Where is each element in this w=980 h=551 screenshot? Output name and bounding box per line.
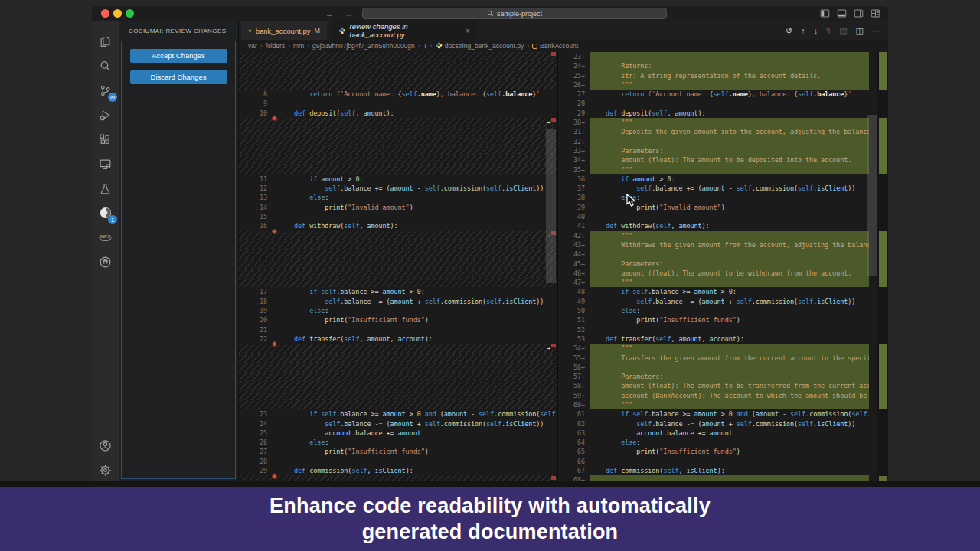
sidebar-item-remote-explorer[interactable] <box>92 153 119 174</box>
code-line[interactable]: 39 print("Invalid amount") <box>558 203 869 212</box>
code-line[interactable]: 15 <box>239 212 557 221</box>
code-line[interactable]: 23+ <box>558 52 869 61</box>
code-line[interactable]: 68+ <box>558 475 869 481</box>
sidebar-item-codiumai[interactable]: 1 <box>92 202 119 223</box>
code-line[interactable]: 20 print("Insufficient funds") <box>239 315 557 324</box>
diff-gap-row[interactable] <box>239 137 557 146</box>
code-line[interactable]: 63 account.balance += amount <box>558 429 869 438</box>
sidebar-item-run-debug[interactable] <box>92 104 119 126</box>
search-input[interactable]: sample-project <box>362 8 667 19</box>
code-line[interactable]: 40 <box>558 212 869 221</box>
code-line[interactable]: 58+ amount (float): The amount to be tra… <box>558 381 869 390</box>
settings-button[interactable] <box>92 459 119 481</box>
accounts-button[interactable] <box>92 435 119 456</box>
code-line[interactable]: 29 def deposit(self, amount): <box>558 109 869 118</box>
code-line[interactable]: 64 else: <box>558 438 869 447</box>
diff-gap-row[interactable] <box>239 165 557 174</box>
code-line[interactable]: 21 <box>239 325 557 334</box>
diff-gap-row[interactable] <box>239 118 557 127</box>
code-line[interactable]: 24 self.balance -= (amount + self.commis… <box>239 419 557 429</box>
left-scrollbar[interactable] <box>546 129 556 283</box>
diff-gap-row[interactable] <box>239 80 557 90</box>
code-line[interactable]: 34+ amount (float): The amount to be dep… <box>558 155 869 165</box>
code-line[interactable]: 62 self.balance -= (amount + self.commis… <box>558 419 869 429</box>
diff-gap-row[interactable] <box>239 61 557 70</box>
diff-gap-row[interactable] <box>239 372 557 381</box>
code-line[interactable]: 45+ Parameters: <box>558 259 869 269</box>
customize-layout-icon[interactable] <box>871 8 880 18</box>
next-change-icon[interactable]: ↓ <box>814 27 818 35</box>
sidebar-item-aws[interactable]: aws <box>92 227 119 248</box>
close-window-icon[interactable] <box>101 9 109 18</box>
breadcrumb-segment[interactable]: BankAccount <box>532 42 578 50</box>
toggle-sidebar-icon[interactable] <box>820 8 830 18</box>
whitespace-icon[interactable]: ¶ <box>826 27 831 35</box>
back-icon[interactable]: ← <box>325 6 334 21</box>
code-line[interactable]: 43+ Withdraws the given amount from the … <box>558 240 869 249</box>
sidebar-item-explorer[interactable] <box>92 31 119 52</box>
code-line[interactable]: 28 <box>239 457 557 466</box>
code-line[interactable]: 11 if amount > 0: <box>239 174 557 184</box>
code-line[interactable]: 17 if self.balance >= amount > 0: <box>239 287 557 296</box>
tab-review-changes[interactable]: review changes in bank_account.py × <box>332 21 477 40</box>
previous-change-icon[interactable]: ↑ <box>801 27 805 35</box>
code-line[interactable]: 38 else: <box>558 193 869 202</box>
code-line[interactable]: 55+ Transfers the given amount from the … <box>558 354 869 363</box>
tab-bank-account[interactable]: bank_account.py M <box>241 21 327 40</box>
diff-gap-row[interactable] <box>239 344 557 353</box>
sidebar-item-testing[interactable] <box>92 178 119 199</box>
code-line[interactable]: 65 print("Insufficient funds") <box>558 447 869 456</box>
code-line[interactable]: 52 <box>558 325 869 334</box>
diff-gap-row[interactable] <box>239 240 557 249</box>
code-line[interactable]: 66 <box>558 457 869 466</box>
sidebar-item-source-control[interactable]: 27 <box>92 80 119 101</box>
code-line[interactable]: 57+ Parameters: <box>558 372 869 381</box>
diff-gap-row[interactable] <box>239 146 557 155</box>
code-line[interactable]: 50 else: <box>558 306 869 315</box>
code-line[interactable]: 46+ amount (float): The amount to be wit… <box>558 269 869 278</box>
code-line[interactable]: 49 self.balance -= (amount + self.commis… <box>558 297 869 306</box>
code-line[interactable]: 22 def transfer(self, amount, account): <box>239 334 557 344</box>
code-line[interactable]: 37 self.balance += (amount - self.commis… <box>558 184 869 193</box>
code-line[interactable]: 8 return f'Account name: {self.name}, ba… <box>239 90 557 99</box>
toggle-panel-icon[interactable] <box>837 8 847 18</box>
diff-gap-row[interactable] <box>239 52 557 61</box>
minimize-window-icon[interactable] <box>113 9 122 18</box>
diff-gap-row[interactable] <box>239 155 557 165</box>
code-line[interactable]: 23 if self.balance >= amount > 0 and (am… <box>239 409 557 419</box>
code-line[interactable]: 56+ <box>558 363 869 372</box>
diff-gap-row[interactable] <box>239 475 557 481</box>
maximize-window-icon[interactable] <box>126 9 134 18</box>
sidebar-item-search[interactable] <box>92 55 119 77</box>
code-line[interactable]: 16 def withdraw(self, amount): <box>239 221 557 230</box>
code-line[interactable]: 35+ """ <box>558 165 869 174</box>
toggle-secondary-sidebar-icon[interactable] <box>854 8 864 18</box>
forward-icon[interactable]: → <box>345 6 353 21</box>
right-scrollbar[interactable] <box>867 115 877 276</box>
breadcrumb-segment[interactable]: g5jb39hn07jbg4f7_2nn58hh0000gn <box>312 42 415 50</box>
code-line[interactable]: 30+ """ <box>558 118 869 127</box>
discard-changes-button[interactable]: Discard Changes <box>130 70 227 84</box>
accept-changes-button[interactable]: Accept Changes <box>130 49 227 63</box>
diff-gap-row[interactable] <box>239 269 557 278</box>
code-line[interactable]: 14 print("Invalid amount") <box>239 203 557 212</box>
code-line[interactable]: 27 print("Insufficient funds") <box>239 447 557 456</box>
diff-gap-row[interactable] <box>239 381 557 390</box>
breadcrumb-segment[interactable]: folders <box>266 42 286 50</box>
diff-gap-row[interactable] <box>239 259 557 269</box>
discard-icon[interactable]: ↺ <box>786 27 792 35</box>
breadcrumb-segment[interactable]: mm <box>293 42 304 50</box>
diff-gap-row[interactable] <box>239 363 557 372</box>
split-editor-icon[interactable]: ◫ <box>856 27 864 35</box>
code-line[interactable]: 9 <box>239 99 557 108</box>
code-line[interactable]: 32+ <box>558 137 869 146</box>
code-line[interactable]: 53 def transfer(self, amount, account): <box>558 334 869 344</box>
code-line[interactable]: 28 <box>558 99 869 108</box>
code-line[interactable]: 24+ Returns: <box>558 61 869 70</box>
code-line[interactable]: 48 if self.balance >= amount > 0: <box>558 287 869 296</box>
inline-view-icon[interactable]: ▤ <box>839 27 847 35</box>
sidebar-item-github[interactable] <box>92 251 119 272</box>
code-line[interactable]: 61 if self.balance >= amount > 0 and (am… <box>558 409 869 419</box>
code-line[interactable]: 41 def withdraw(self, amount): <box>558 221 869 230</box>
code-line[interactable]: 29 def commission(self, isClient): <box>239 466 557 475</box>
